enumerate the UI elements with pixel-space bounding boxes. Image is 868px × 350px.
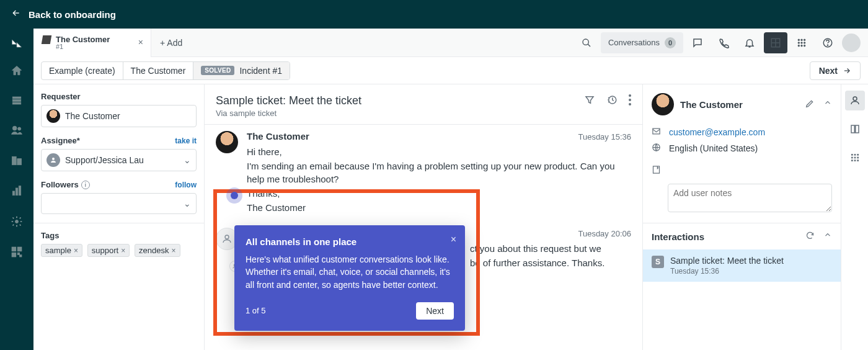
more-actions-icon[interactable]: [629, 94, 631, 107]
remove-tag-icon[interactable]: ×: [172, 246, 176, 255]
interaction-item[interactable]: S Sample ticket: Meet the ticket Tuesday…: [643, 249, 841, 282]
customers-icon[interactable]: [11, 124, 23, 140]
svg-rect-43: [854, 154, 856, 156]
customer-context-panel: The Customer customer@example.com: [642, 84, 841, 350]
assignee-select[interactable]: Support/Jessica Lau ⌄: [41, 149, 197, 171]
message-timestamp: Tuesday 20:06: [578, 229, 631, 238]
svg-rect-5: [12, 156, 17, 164]
followers-select[interactable]: ⌄: [41, 193, 197, 214]
message-body: Hi there, I'm sending an email because I…: [247, 145, 631, 214]
customer-avatar: [652, 93, 674, 115]
info-icon[interactable]: i: [81, 181, 90, 189]
tags-label: Tags: [41, 231, 197, 240]
chat-icon[interactable]: [686, 32, 709, 53]
svg-rect-7: [12, 191, 14, 195]
notifications-icon[interactable]: [738, 32, 761, 53]
breadcrumb-incident-label: Incident #1: [239, 66, 282, 76]
events-history-icon[interactable]: [606, 94, 618, 107]
ticket-title: Sample ticket: Meet the ticket: [216, 94, 584, 107]
svg-point-35: [629, 103, 631, 105]
tab-subtitle: #1: [56, 43, 142, 50]
customer-email-link[interactable]: customer@example.com: [669, 127, 765, 137]
apps-icon[interactable]: [845, 148, 865, 168]
help-icon[interactable]: [816, 32, 839, 53]
assignee-value: Support/Jessica Lau: [65, 155, 144, 165]
requester-avatar-icon: [46, 109, 60, 123]
conversations-button[interactable]: Conversations 0: [601, 32, 683, 53]
svg-rect-49: [854, 159, 856, 161]
svg-rect-2: [12, 102, 21, 104]
back-arrow-icon[interactable]: [11, 8, 21, 20]
breadcrumb-customer[interactable]: The Customer: [123, 62, 194, 79]
svg-point-25: [804, 42, 805, 43]
ticket-properties-panel: Requester The Customer Assignee* take it…: [33, 84, 205, 350]
filter-icon[interactable]: [584, 94, 595, 107]
svg-rect-11: [12, 248, 16, 251]
svg-rect-8: [16, 188, 17, 195]
assignee-avatar-icon: [46, 153, 60, 167]
ticket-tab[interactable]: The Customer #1 ×: [33, 29, 151, 57]
add-tab-button[interactable]: + Add: [151, 38, 191, 48]
message-avatar: [216, 131, 238, 153]
svg-rect-9: [19, 186, 20, 195]
breadcrumb-incident[interactable]: SOLVED Incident #1: [193, 62, 290, 79]
requester-select[interactable]: The Customer: [41, 105, 197, 127]
home-icon[interactable]: [11, 65, 23, 80]
breadcrumb-example[interactable]: Example (create): [42, 62, 123, 79]
user-context-icon[interactable]: [845, 91, 865, 110]
svg-rect-44: [857, 154, 859, 156]
remove-tag-icon[interactable]: ×: [74, 246, 78, 255]
edit-customer-icon[interactable]: [805, 99, 815, 110]
svg-rect-48: [851, 159, 853, 161]
svg-point-23: [798, 42, 800, 43]
tab-icon: [42, 35, 51, 44]
next-ticket-button[interactable]: Next: [810, 61, 861, 80]
svg-point-31: [52, 158, 55, 160]
reporting-icon[interactable]: [11, 185, 23, 200]
search-icon[interactable]: [575, 32, 598, 53]
close-tour-icon[interactable]: ×: [451, 234, 456, 245]
user-notes-textarea[interactable]: [668, 184, 832, 212]
tour-next-button[interactable]: Next: [416, 302, 454, 320]
requester-value: The Customer: [65, 111, 120, 121]
tour-body: Here's what unified customer conversatio…: [246, 253, 454, 291]
phone-icon[interactable]: [712, 32, 735, 53]
admin-settings-icon[interactable]: [11, 215, 23, 231]
customer-locale: English (United States): [669, 143, 758, 153]
ticket-via: Via sample ticket: [216, 109, 584, 118]
profile-avatar[interactable]: [842, 34, 861, 52]
collapse-panel-icon[interactable]: [823, 99, 832, 110]
message-author: The Customer: [247, 131, 309, 141]
follow-link[interactable]: follow: [175, 181, 197, 189]
svg-rect-46: [854, 157, 856, 159]
svg-point-4: [18, 127, 21, 130]
svg-rect-45: [851, 157, 853, 159]
svg-rect-50: [857, 159, 859, 161]
interaction-title: Sample ticket: Meet the ticket: [670, 256, 784, 266]
close-tab-icon[interactable]: ×: [138, 37, 143, 47]
svg-rect-12: [18, 248, 22, 251]
next-ticket-label: Next: [819, 66, 838, 76]
conversations-count: 0: [665, 37, 676, 48]
svg-point-41: [853, 97, 857, 101]
back-to-onboarding-link[interactable]: Back to onboarding: [29, 9, 116, 20]
collapse-interactions-icon[interactable]: [823, 231, 832, 242]
svg-rect-0: [12, 97, 21, 99]
svg-point-10: [16, 220, 19, 223]
apps-grid-icon[interactable]: [790, 32, 813, 53]
qr-icon[interactable]: [11, 246, 23, 261]
svg-point-30: [827, 45, 828, 45]
tour-step-indicator: 1 of 5: [246, 306, 266, 315]
layout-icon[interactable]: [764, 32, 787, 53]
brand-logo-icon[interactable]: [11, 37, 23, 50]
knowledge-icon[interactable]: [845, 119, 865, 139]
onboarding-tour-popover: × All channels in one place Here's what …: [234, 225, 465, 331]
onboarding-topbar: Back to onboarding: [0, 0, 868, 29]
svg-point-27: [801, 45, 803, 47]
refresh-interactions-icon[interactable]: [805, 231, 815, 242]
svg-rect-15: [20, 255, 22, 257]
organizations-icon[interactable]: [11, 155, 23, 170]
remove-tag-icon[interactable]: ×: [121, 246, 125, 255]
take-it-link[interactable]: take it: [175, 137, 197, 145]
views-icon[interactable]: [11, 95, 22, 109]
